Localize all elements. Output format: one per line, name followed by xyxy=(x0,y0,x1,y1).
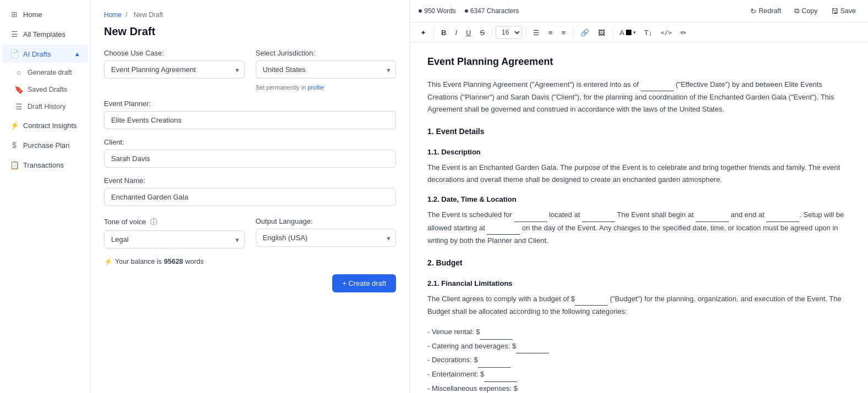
jurisdiction-select-wrapper: United States xyxy=(256,60,397,79)
bookmark-icon: 🔖 xyxy=(14,85,23,94)
dot-words xyxy=(419,9,422,13)
underline-btn[interactable]: U xyxy=(462,26,475,39)
sidebar-item-home[interactable]: ⊞ Home xyxy=(2,5,88,24)
breadcrumb-home[interactable]: Home xyxy=(104,11,122,19)
main-content: Home / New Draft New Draft Choose Use Ca… xyxy=(91,0,868,393)
doc-intro-para: This Event Planning Agreement ("Agreemen… xyxy=(427,79,850,115)
save-button[interactable]: 🖫 Save xyxy=(828,5,860,18)
event-name-input[interactable] xyxy=(104,188,396,206)
tone-select-wrapper: Legal xyxy=(104,230,245,248)
sidebar-item-label: Home xyxy=(23,10,42,19)
sep2 xyxy=(492,27,492,37)
align-btn[interactable]: ≡ xyxy=(558,26,570,39)
jurisdiction-label: Select Jurisdiction: xyxy=(256,49,397,57)
sidebar-item-purchase-plan[interactable]: $ Purchase Plan xyxy=(2,136,88,154)
char-count: 6347 Characters xyxy=(465,7,519,15)
italic-btn[interactable]: I xyxy=(451,26,461,39)
output-lang-select-wrapper: English (USA) xyxy=(256,229,397,247)
dollar-icon: $ xyxy=(10,141,19,150)
font-color-label: A xyxy=(619,29,624,37)
bold-btn[interactable]: B xyxy=(437,26,450,39)
section-2-heading: 2. Budget xyxy=(427,257,850,270)
tone-select[interactable]: Legal xyxy=(104,230,245,248)
tone-group: Tone of voice ⓘ Legal xyxy=(104,217,245,248)
copy-button[interactable]: ⧉ Copy xyxy=(791,4,821,18)
font-color-btn[interactable]: A ▾ xyxy=(616,26,639,39)
tone-info-icon[interactable]: ⓘ xyxy=(150,218,157,226)
profile-link[interactable]: profile xyxy=(307,84,324,91)
bullet-list-btn[interactable]: ☰ xyxy=(529,26,543,39)
plus-icon: ○ xyxy=(14,68,23,77)
sidebar: ⊞ Home ☰ All Templates 📄 AI Drafts ▲ ○ G… xyxy=(0,0,91,393)
image-btn[interactable]: 🖼 xyxy=(594,26,609,39)
strikethrough-btn[interactable]: S xyxy=(476,26,488,39)
sidebar-item-label: Transactions xyxy=(23,161,64,169)
sidebar-sub-ai-drafts: ○ Generate draft 🔖 Saved Drafts ☰ Draft … xyxy=(0,64,90,115)
link-btn[interactable]: 🔗 xyxy=(576,26,593,39)
breadcrumb-current: New Draft xyxy=(134,11,163,19)
output-lang-select[interactable]: English (USA) xyxy=(256,229,397,247)
transactions-icon: 📋 xyxy=(10,160,19,169)
sidebar-item-all-templates[interactable]: ☰ All Templates xyxy=(2,25,88,43)
sidebar-item-label: All Templates xyxy=(23,30,65,38)
highlight-btn[interactable]: ✏ xyxy=(677,26,690,39)
magic-btn[interactable]: ✦ xyxy=(416,26,430,39)
date-time-para: The Event is scheduled for located at Th… xyxy=(427,209,850,246)
sidebar-item-label: AI Drafts xyxy=(23,50,51,58)
font-color-chevron: ▾ xyxy=(633,30,636,35)
text-format-btn[interactable]: T↓ xyxy=(640,26,656,39)
jurisdiction-group: Select Jurisdiction: United States Set p… xyxy=(256,49,397,91)
section-2-1-heading: 2.1. Financial Limitations xyxy=(427,278,850,290)
section-1-2-heading: 1.2. Date, Time & Location xyxy=(427,193,850,206)
save-icon: 🖫 xyxy=(831,7,838,15)
sidebar-item-draft-history[interactable]: ☰ Draft History xyxy=(8,98,88,115)
client-input[interactable] xyxy=(104,150,396,168)
page-title: New Draft xyxy=(104,25,396,38)
use-case-select-wrapper: Event Planning Agreement xyxy=(104,60,245,79)
client-label: Client: xyxy=(104,138,396,146)
dot-chars xyxy=(465,9,468,13)
create-draft-button[interactable]: + Create draft xyxy=(332,274,396,292)
redraft-button[interactable]: ↻ Redraft xyxy=(747,5,784,18)
set-permanently-text: Set permanently in profile xyxy=(256,84,397,91)
breadcrumb: Home / New Draft xyxy=(104,11,396,19)
form-panel: Home / New Draft New Draft Choose Use Ca… xyxy=(91,0,410,393)
html-btn[interactable]: </> xyxy=(657,27,675,38)
doc-body[interactable]: This Event Planning Agreement ("Agreemen… xyxy=(427,79,850,393)
use-case-group: Choose Use Case: Event Planning Agreemen… xyxy=(104,49,245,91)
word-count: 950 Words xyxy=(419,7,456,15)
redraft-icon: ↻ xyxy=(750,7,756,15)
jurisdiction-select[interactable]: United States xyxy=(256,60,397,79)
draft-icon: 📄 xyxy=(10,49,19,58)
two-panel: Home / New Draft New Draft Choose Use Ca… xyxy=(91,0,868,393)
list-icon: ☰ xyxy=(10,30,19,38)
use-case-select[interactable]: Event Planning Agreement xyxy=(104,60,245,79)
lightning-icon: ⚡ xyxy=(104,257,113,265)
tone-label: Tone of voice ⓘ xyxy=(104,217,245,227)
budget-list: - Venue rental: $ - Catering and beverag… xyxy=(427,325,850,393)
event-planner-input[interactable] xyxy=(104,111,396,129)
output-lang-group: Output Language: English (USA) xyxy=(256,217,397,248)
sep4 xyxy=(573,27,573,37)
font-size-select[interactable]: 16 12 14 18 xyxy=(496,26,522,39)
sidebar-item-transactions[interactable]: 📋 Transactions xyxy=(2,156,88,174)
sidebar-item-label: Draft History xyxy=(28,103,65,110)
sidebar-item-label: Contract Insights xyxy=(23,121,77,130)
chevron-up-icon: ▲ xyxy=(74,51,80,57)
sidebar-item-ai-drafts[interactable]: 📄 AI Drafts ▲ xyxy=(2,45,88,63)
doc-content: Event Planning Agreement This Event Plan… xyxy=(410,43,868,393)
use-case-label: Choose Use Case: xyxy=(104,49,245,57)
lightning-icon: ⚡ xyxy=(10,121,19,130)
sidebar-item-generate-draft[interactable]: ○ Generate draft xyxy=(8,64,88,81)
sidebar-item-label: Saved Drafts xyxy=(28,86,67,93)
client-group: Client: xyxy=(104,138,396,168)
doc-actions: ↻ Redraft ⧉ Copy 🖫 Save xyxy=(747,4,859,18)
sidebar-item-saved-drafts[interactable]: 🔖 Saved Drafts xyxy=(8,81,88,98)
copy-icon: ⧉ xyxy=(794,7,799,15)
numbered-list-btn[interactable]: ≡ xyxy=(545,26,557,39)
event-name-group: Event Name: xyxy=(104,176,396,206)
sidebar-item-contract-insights[interactable]: ⚡ Contract Insights xyxy=(2,116,88,135)
history-icon: ☰ xyxy=(14,102,23,111)
home-icon: ⊞ xyxy=(10,10,19,19)
font-color-swatch xyxy=(626,30,631,35)
